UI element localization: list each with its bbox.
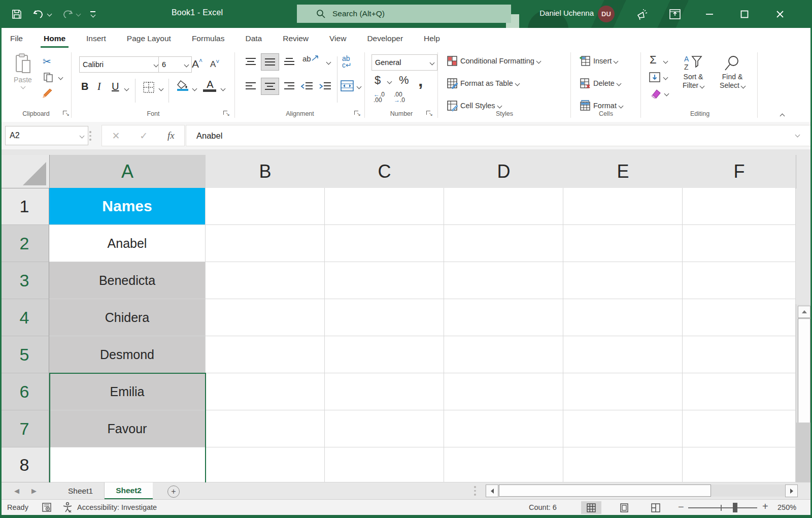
cell-E4[interactable]: [563, 299, 683, 336]
currency-dropdown-icon[interactable]: [387, 79, 392, 84]
cell-A2[interactable]: Anabel: [49, 225, 206, 262]
sheet-nav-prev-icon[interactable]: ◀: [14, 487, 19, 495]
minimize-button[interactable]: [698, 0, 721, 28]
grow-font-button[interactable]: A˄: [192, 57, 202, 70]
vertical-scroll-thumb[interactable]: [798, 318, 810, 424]
col-header-B[interactable]: B: [206, 155, 325, 188]
cell-D4[interactable]: [444, 299, 563, 336]
italic-button[interactable]: I: [97, 81, 101, 92]
wrap-text-button[interactable]: abc↵: [342, 55, 352, 69]
sheet-tab-sheet2[interactable]: Sheet2: [105, 482, 153, 499]
cell-A3[interactable]: Benedicta: [49, 262, 206, 299]
col-header-A[interactable]: A: [49, 155, 206, 189]
row-header-5[interactable]: 5: [0, 336, 49, 373]
sort-filter-button[interactable]: AZ Sort & Filter: [677, 54, 709, 90]
horizontal-scrollbar[interactable]: [485, 484, 798, 497]
cell-A6[interactable]: Emilia: [49, 373, 206, 410]
fill-color-dropdown-icon[interactable]: [192, 86, 197, 91]
row-header-8[interactable]: 8: [0, 447, 49, 482]
increase-decimal-button[interactable]: ←.0.00: [374, 92, 385, 103]
cell-B5[interactable]: [206, 336, 325, 373]
cell-E2[interactable]: [563, 225, 683, 262]
col-header-C[interactable]: C: [325, 155, 445, 188]
cell-C1[interactable]: [325, 188, 444, 225]
zoom-slider-thumb[interactable]: [733, 503, 737, 512]
cell-C4[interactable]: [325, 299, 444, 336]
accessibility-status[interactable]: Accessibility: Investigate: [77, 503, 157, 511]
cell-E8[interactable]: [563, 447, 683, 482]
ribbon-display-options-icon[interactable]: [664, 0, 686, 28]
cut-button[interactable]: ✂: [43, 55, 51, 68]
percent-button[interactable]: %: [399, 74, 409, 87]
tab-developer[interactable]: Developer: [366, 34, 404, 43]
font-size-select[interactable]: 6: [158, 56, 192, 73]
row-header-4[interactable]: 4: [0, 299, 49, 336]
number-dialog-launcher[interactable]: [425, 110, 432, 117]
cell-F8[interactable]: [683, 447, 796, 482]
font-name-select[interactable]: Calibri: [79, 56, 161, 73]
copy-dropdown-icon[interactable]: [58, 75, 63, 80]
col-header-E[interactable]: E: [563, 155, 683, 188]
scroll-left-button[interactable]: [486, 484, 498, 497]
fill-color-button[interactable]: [176, 80, 190, 91]
avatar[interactable]: DU: [598, 6, 615, 22]
row-header-1[interactable]: 1: [0, 188, 49, 225]
align-left-button[interactable]: [245, 81, 257, 92]
underline-button[interactable]: U: [112, 81, 119, 92]
cell-E7[interactable]: [563, 410, 683, 447]
cell-B4[interactable]: [206, 299, 325, 336]
collapse-ribbon-icon[interactable]: [780, 114, 785, 119]
currency-button[interactable]: $: [375, 74, 381, 87]
top-align-button[interactable]: [245, 56, 257, 68]
sheet-nav-next-icon[interactable]: ▶: [31, 487, 37, 495]
autosum-button[interactable]: Σ: [650, 53, 657, 67]
shrink-font-button[interactable]: A˅: [210, 58, 219, 70]
cell-D8[interactable]: [444, 447, 563, 482]
row-header-2[interactable]: 2: [0, 225, 49, 262]
bottom-align-button[interactable]: [283, 56, 295, 68]
cell-F1[interactable]: [683, 188, 796, 225]
font-dialog-launcher[interactable]: [222, 110, 229, 117]
cell-F7[interactable]: [683, 410, 796, 447]
autosum-dropdown-icon[interactable]: [663, 59, 668, 64]
cell-A1[interactable]: Names: [49, 188, 206, 225]
formula-input[interactable]: Anabel: [186, 125, 811, 146]
page-layout-view-button[interactable]: [614, 501, 634, 514]
cell-F2[interactable]: [683, 225, 796, 262]
cell-styles-button[interactable]: Cell Styles: [447, 100, 501, 111]
cell-E6[interactable]: [563, 373, 683, 410]
macro-record-icon[interactable]: [42, 502, 52, 512]
copy-button[interactable]: [43, 72, 54, 83]
borders-dropdown-icon[interactable]: [159, 86, 164, 91]
font-color-dropdown-icon[interactable]: [221, 86, 226, 91]
alignment-dialog-launcher[interactable]: [353, 110, 360, 117]
tab-home[interactable]: Home: [43, 34, 66, 43]
insert-cells-button[interactable]: Insert: [580, 55, 618, 67]
cell-E3[interactable]: [563, 262, 683, 299]
clear-dropdown-icon[interactable]: [664, 91, 669, 96]
normal-view-button[interactable]: [581, 501, 601, 514]
orientation-dropdown-icon[interactable]: [326, 60, 331, 65]
cell-D3[interactable]: [444, 262, 563, 299]
increase-indent-button[interactable]: [319, 81, 332, 92]
decrease-indent-button[interactable]: [300, 81, 314, 92]
cell-B2[interactable]: [206, 225, 325, 262]
name-box-dropdown-icon[interactable]: [80, 133, 85, 138]
paste-button[interactable]: Paste: [9, 53, 37, 88]
format-painter-button[interactable]: [42, 87, 55, 99]
cell-C8[interactable]: [325, 447, 444, 482]
coming-soon-megaphone-icon[interactable]: [631, 0, 653, 28]
confirm-entry-icon[interactable]: ✓: [140, 130, 148, 142]
redo-button[interactable]: [61, 0, 80, 28]
cell-A7[interactable]: Favour: [49, 410, 206, 447]
row-header-6[interactable]: 6: [0, 373, 49, 410]
borders-button[interactable]: [142, 81, 155, 94]
row-header-7[interactable]: 7: [0, 410, 49, 447]
customize-qat-icon[interactable]: [90, 0, 95, 28]
select-all-corner[interactable]: [0, 155, 50, 188]
row-header-3[interactable]: 3: [0, 262, 49, 299]
close-button[interactable]: [768, 0, 792, 28]
cell-F3[interactable]: [683, 262, 796, 299]
cell-C7[interactable]: [325, 410, 444, 447]
cell-D2[interactable]: [444, 225, 563, 262]
